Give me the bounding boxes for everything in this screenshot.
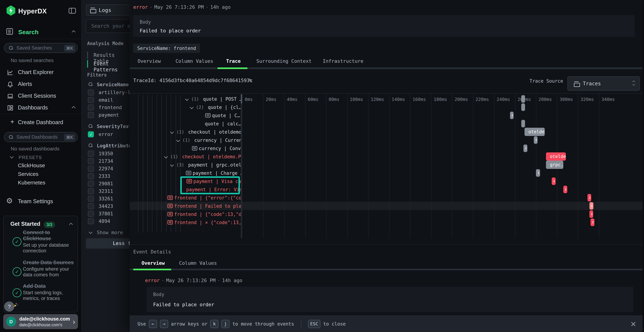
search-icon[interactable] — [88, 82, 92, 86]
filter-option-32311[interactable]: 32311 — [82, 188, 130, 195]
span-bar-labeled[interactable]: grpc.o — [546, 161, 563, 169]
filter-option-2333[interactable]: 2333 — [82, 172, 130, 180]
sidebar-preset-services[interactable]: Services — [18, 171, 72, 180]
trace-source-select[interactable]: Traces — [568, 76, 640, 91]
checkbox[interactable] — [88, 218, 94, 224]
span-bar[interactable] — [536, 169, 540, 177]
checkbox[interactable] — [88, 104, 94, 110]
span-bar[interactable] — [524, 144, 527, 152]
span-bar[interactable] — [510, 112, 514, 119]
chevron-down-icon[interactable] — [190, 105, 194, 109]
checkbox[interactable] — [88, 203, 94, 209]
close-icon[interactable]: × — [630, 318, 636, 329]
sidebar-item-chart-explorer[interactable]: Chart Explorer — [0, 66, 82, 78]
filter-option-payment[interactable]: payment — [82, 111, 130, 119]
span-row[interactable]: currency | Conv… — [130, 144, 241, 152]
chevron-down-icon[interactable] — [164, 155, 168, 158]
span-row[interactable]: quote | calc… — [130, 120, 241, 128]
chevron-up-icon[interactable] — [72, 30, 76, 34]
span-bar-labeled[interactable]: oteldem — [546, 152, 566, 161]
span-row[interactable]: frontend | {"code":13,"det… — [130, 210, 241, 218]
span-bar[interactable] — [521, 95, 525, 103]
tab-trace[interactable]: Trace — [226, 58, 240, 64]
filter-option-37801[interactable]: 37801 — [82, 210, 130, 218]
checkbox[interactable] — [88, 173, 94, 179]
checkbox[interactable] — [88, 90, 94, 96]
filter-option-29081[interactable]: 29081 — [82, 180, 130, 188]
chevron-down-icon[interactable] — [176, 138, 180, 142]
event-search-input[interactable]: Search your e — [86, 19, 130, 33]
chevron-down-icon[interactable] — [170, 130, 174, 134]
create-dashboard-button[interactable]: + Create Dashboard — [0, 117, 82, 127]
checkbox[interactable] — [88, 188, 94, 194]
filter-option-artillery-loa[interactable]: artillery-loa — [82, 89, 130, 96]
span-bar[interactable] — [590, 202, 593, 210]
sidebar-preset-clickhouse[interactable]: ClickHouse — [18, 162, 72, 171]
checkbox[interactable] — [88, 112, 94, 118]
checkbox[interactable] — [88, 97, 94, 103]
span-bar[interactable] — [590, 218, 594, 226]
edit-pencil-icon[interactable]: ✎ — [249, 76, 252, 84]
span-row[interactable]: (1)currency | Currenc… — [130, 136, 241, 144]
analysis-mode-results-table[interactable]: Results Table — [82, 51, 130, 60]
service-name-tag[interactable]: ServiceName: frontend — [133, 44, 200, 53]
checkbox[interactable] — [88, 211, 94, 217]
search-icon[interactable] — [88, 144, 92, 148]
analysis-mode-event-patterns[interactable]: Event Patterns — [82, 60, 130, 68]
span-row[interactable]: (3)payment | grpc.oteld… — [130, 161, 241, 169]
span-bar[interactable] — [534, 136, 538, 144]
user-account-chip[interactable]: D dale@clickhouse.com dale@clickhouse.co… — [3, 314, 78, 329]
span-row[interactable]: quote | C… — [130, 111, 241, 120]
span-row[interactable]: frontend | Failed to place… — [130, 202, 241, 210]
span-row[interactable]: frontend | {"error":{"code… — [130, 194, 241, 202]
search-icon[interactable] — [88, 124, 92, 128]
saved-dashboards-input[interactable]: Saved Dashboards ⌘K — [4, 132, 78, 142]
checkbox[interactable] — [88, 150, 94, 157]
tab-infrastructure[interactable]: Infrastructure — [323, 58, 364, 64]
span-row[interactable]: (2)quote | {cl… — [130, 103, 241, 111]
span-row[interactable]: (1)quote | POST … — [130, 95, 241, 103]
sidebar-item-search[interactable]: Search — [0, 26, 82, 38]
span-bar[interactable] — [563, 186, 567, 193]
sidebar-item-dashboards[interactable]: Dashboards — [0, 102, 82, 114]
span-bar[interactable] — [521, 104, 525, 111]
filter-option-email[interactable]: email — [82, 96, 130, 104]
chevron-down-icon[interactable] — [170, 163, 174, 167]
span-row[interactable]: frontend | × {"code":13,"d… — [130, 218, 241, 226]
span-bar-labeled[interactable]: oteldem — [524, 128, 545, 136]
tab-overview[interactable]: Overview — [138, 58, 161, 64]
filter-option-22974[interactable]: 22974 — [82, 165, 130, 172]
span-row[interactable]: payment | Charge … — [130, 169, 241, 177]
event-details-tab-column-values[interactable]: Column Values — [179, 260, 217, 266]
source-select-button[interactable]: Logs — [86, 4, 130, 16]
less-filters-button[interactable]: Less fil — [86, 238, 130, 249]
filter-option-34423[interactable]: 34423 — [82, 202, 130, 210]
presets-toggle[interactable]: PRESETS — [0, 154, 82, 162]
span-bar[interactable] — [588, 194, 591, 202]
sidebar-collapse-icon[interactable] — [69, 8, 76, 14]
span-row[interactable]: (1)checkout | oteldemo.… — [130, 128, 241, 136]
tab-column-values[interactable]: Column Values — [176, 58, 213, 64]
saved-searches-input[interactable]: Saved Searches ⌘K — [4, 43, 78, 53]
filter-option-33261[interactable]: 33261 — [82, 195, 130, 202]
tab-surrounding-context[interactable]: Surrounding Context — [256, 58, 312, 64]
checkbox[interactable] — [88, 158, 94, 164]
span-bar[interactable] — [521, 120, 525, 127]
checkbox[interactable] — [88, 181, 94, 187]
checkbox[interactable] — [88, 166, 94, 172]
span-bar[interactable] — [552, 178, 556, 185]
tree-timeline-divider[interactable] — [241, 94, 242, 238]
filter-option-frontend[interactable]: frontend — [82, 104, 130, 111]
sidebar-item-team-settings[interactable]: ⚙ Team Settings — [0, 196, 82, 207]
help-button[interactable]: ? — [4, 302, 14, 312]
chevron-down-icon[interactable] — [185, 97, 189, 101]
sidebar-item-alerts[interactable]: Alerts — [0, 78, 82, 90]
filter-option-error[interactable]: ✓error — [82, 130, 130, 138]
chevron-up-icon[interactable] — [69, 223, 73, 226]
filter-option-4894[interactable]: 4894 — [82, 218, 130, 225]
span-row[interactable]: (1)checkout | oteldemo.Pa… — [130, 152, 241, 161]
filter-option-19350[interactable]: 19350 — [82, 150, 130, 158]
span-bar[interactable] — [590, 210, 593, 218]
checkbox-checked[interactable]: ✓ — [88, 131, 94, 138]
event-details-tab-overview[interactable]: Overview — [142, 260, 165, 266]
